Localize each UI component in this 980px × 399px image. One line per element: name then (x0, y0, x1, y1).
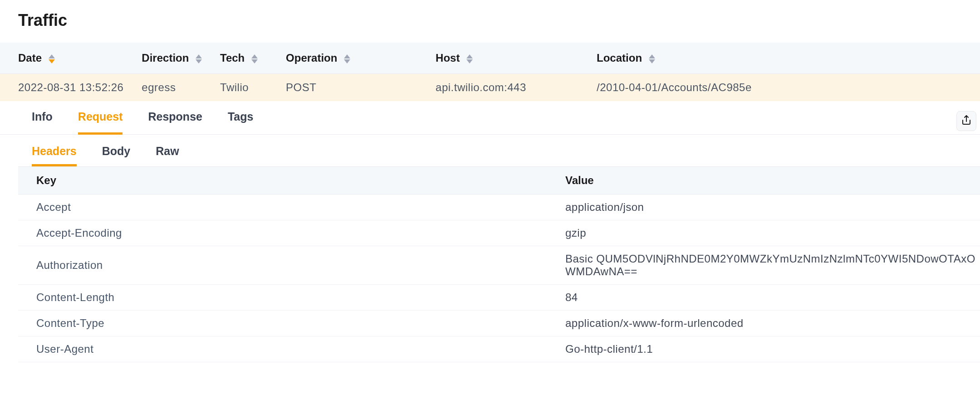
headers-row: Authorization Basic QUM5ODVlNjRhNDE0M2Y0… (18, 246, 980, 285)
svg-marker-9 (466, 59, 473, 63)
headers-row: Content-Length 84 (18, 285, 980, 311)
sort-icon[interactable] (196, 54, 202, 63)
cell-date: 2022-08-31 13:52:26 (0, 74, 123, 102)
column-date[interactable]: Date (0, 43, 123, 74)
column-label: Host (436, 52, 460, 64)
column-label: Tech (220, 52, 245, 64)
cell-location: /2010-04-01/Accounts/AC985e (578, 74, 980, 102)
svg-marker-10 (649, 54, 655, 58)
header-key: Accept (18, 195, 547, 220)
page-title: Traffic (0, 0, 980, 43)
headers-row: Content-Type application/x-www-form-urle… (18, 311, 980, 336)
column-direction[interactable]: Direction (123, 43, 202, 74)
svg-marker-8 (466, 54, 473, 58)
header-key: Content-Type (18, 311, 547, 336)
headers-row: Accept-Encoding gzip (18, 220, 980, 246)
header-value: gzip (547, 220, 980, 246)
column-label: Location (597, 52, 642, 64)
svg-marker-2 (196, 54, 202, 58)
column-label: Operation (286, 52, 337, 64)
header-value: application/json (547, 195, 980, 220)
sort-icon[interactable] (49, 54, 55, 63)
cell-tech: Twilio (202, 74, 268, 102)
header-value: application/x-www-form-urlencoded (547, 311, 980, 336)
tab-tags[interactable]: Tags (228, 110, 254, 134)
header-key: User-Agent (18, 336, 547, 362)
traffic-header-row: Date Direction Tech (0, 43, 980, 74)
subtab-body[interactable]: Body (102, 145, 131, 166)
headers-row: User-Agent Go-http-client/1.1 (18, 336, 980, 362)
column-host[interactable]: Host (417, 43, 578, 74)
header-key: Accept-Encoding (18, 220, 547, 246)
sort-icon[interactable] (466, 54, 473, 63)
svg-marker-0 (49, 54, 55, 58)
export-icon (961, 115, 972, 127)
cell-direction: egress (123, 74, 202, 102)
subtab-headers[interactable]: Headers (32, 145, 77, 166)
svg-marker-5 (251, 59, 258, 63)
header-key: Content-Length (18, 285, 547, 311)
column-label: Date (18, 52, 42, 64)
headers-table: Key Value Accept application/json Accept… (18, 167, 980, 362)
header-key: Authorization (18, 246, 547, 285)
secondary-tabs: Headers Body Raw (0, 135, 980, 166)
header-value: 84 (547, 285, 980, 311)
svg-marker-11 (649, 59, 655, 63)
header-value: Go-http-client/1.1 (547, 336, 980, 362)
cell-operation: POST (268, 74, 417, 102)
traffic-table: Date Direction Tech (0, 43, 980, 101)
svg-marker-3 (196, 59, 202, 63)
svg-marker-4 (251, 54, 258, 58)
cell-host: api.twilio.com:443 (417, 74, 578, 102)
sort-icon[interactable] (649, 54, 655, 63)
tab-response[interactable]: Response (148, 110, 202, 134)
column-location[interactable]: Location (578, 43, 980, 74)
column-label: Direction (142, 52, 189, 64)
table-row[interactable]: 2022-08-31 13:52:26 egress Twilio POST a… (0, 74, 980, 102)
svg-marker-1 (49, 59, 55, 63)
subtab-raw[interactable]: Raw (156, 145, 179, 166)
header-value: Basic QUM5ODVlNjRhNDE0M2Y0MWZkYmUzNmIzNz… (547, 246, 980, 285)
primary-tabs: Info Request Response Tags (0, 101, 980, 135)
export-button[interactable] (956, 111, 976, 131)
column-operation[interactable]: Operation (268, 43, 417, 74)
svg-marker-6 (344, 54, 350, 58)
column-tech[interactable]: Tech (202, 43, 268, 74)
detail-panel: Info Request Response Tags Headers Body … (0, 101, 980, 362)
headers-row: Accept application/json (18, 195, 980, 220)
svg-marker-7 (344, 59, 350, 63)
headers-column-key: Key (18, 167, 547, 195)
headers-column-value: Value (547, 167, 980, 195)
sort-icon[interactable] (251, 54, 258, 63)
tab-info[interactable]: Info (32, 110, 53, 134)
tab-request[interactable]: Request (78, 110, 123, 135)
sort-icon[interactable] (344, 54, 350, 63)
